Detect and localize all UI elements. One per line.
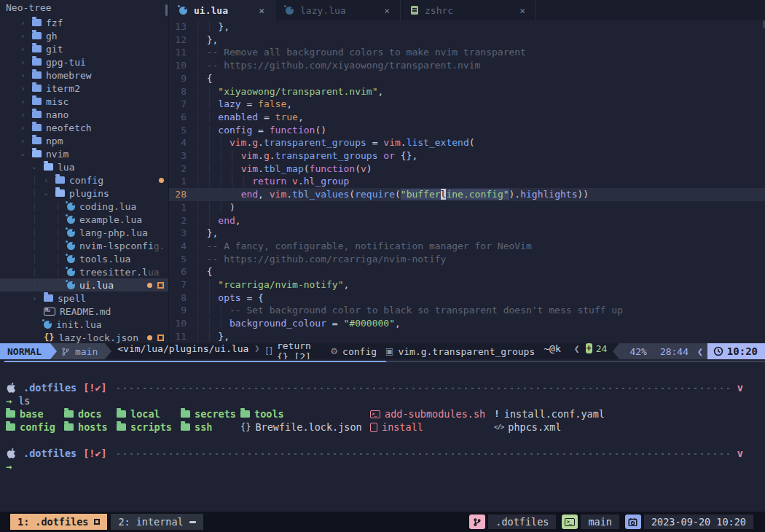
- code-line[interactable]: 1│ │ │ ): [169, 201, 765, 214]
- indent-guide: │: [241, 176, 253, 187]
- token-var: g: [252, 137, 258, 148]
- block-icon: []: [266, 346, 272, 356]
- tree-item-label: fzf: [46, 17, 63, 28]
- ls-entry-label: Brewfile.lock.json: [255, 420, 361, 434]
- code-text: │ -- https://github.com/rcarriga/nvim-no…: [195, 253, 446, 266]
- tree-item-nano[interactable]: ›nano: [0, 108, 168, 121]
- tmux-window-2[interactable]: 2: internal: [111, 514, 203, 530]
- token-pun: (: [349, 189, 355, 200]
- shell-pane[interactable]: .dotfiles [!✔] v → ls basedocslocalsecre…: [0, 362, 765, 512]
- token-str: "#000000": [344, 318, 395, 329]
- code-line[interactable]: 3│ │ │ │ vim.g.transparent_groups or {},: [169, 149, 765, 163]
- code-line[interactable]: 11│ │ },: [169, 330, 765, 343]
- lua-file-icon: [67, 203, 75, 211]
- code-line[interactable]: 5│ -- https://github.com/rcarriga/nvim-n…: [169, 253, 765, 266]
- code-line[interactable]: 11│ -- Remove all background colors to m…: [169, 46, 765, 59]
- indent-guide: │: [195, 202, 207, 213]
- xml-file-icon: </>: [494, 422, 503, 432]
- tree-item-misc[interactable]: ›misc: [0, 95, 168, 108]
- indent-guide: │: [230, 150, 241, 161]
- tree-item-config[interactable]: │›config: [0, 173, 168, 187]
- indent-guide: │: [195, 47, 207, 58]
- code-line[interactable]: 13│ │ },: [169, 20, 765, 34]
- tree-item-neofetch[interactable]: ›neofetch: [0, 121, 168, 134]
- token-pun: ,: [258, 189, 270, 200]
- code-line[interactable]: 2│ │ │ │ vim.tbl_map(function(v): [169, 163, 765, 176]
- tree-item-npm[interactable]: ›npm: [0, 134, 168, 147]
- tree-item-label: tools.lua: [79, 254, 130, 265]
- tree-item-plugins[interactable]: │›plugins: [0, 187, 168, 200]
- code-line[interactable]: 28│ │ │ │ end, vim.tbl_values(require("b…: [169, 188, 765, 201]
- tree-item-nvim[interactable]: ›nvim: [0, 147, 168, 160]
- indent-guide: │: [207, 215, 219, 226]
- tree-item-fzf[interactable]: ›fzf: [0, 16, 168, 29]
- close-icon[interactable]: ×: [259, 5, 264, 16]
- tree-item-coding-lua[interactable]: ││coding.lua: [0, 200, 168, 213]
- code-line[interactable]: 3│ },: [169, 227, 765, 240]
- line-number: 10: [169, 317, 195, 330]
- tab-lazy-lua[interactable]: lazy.lua ×: [275, 0, 401, 20]
- sidebar-scrollbar[interactable]: [165, 4, 168, 16]
- code-line[interactable]: 8│ │ opts = {: [169, 292, 765, 305]
- tree-item-git[interactable]: ›git: [0, 42, 168, 55]
- tree-item-lang-php-lua[interactable]: ││lang-php.lua: [0, 226, 168, 239]
- tree-item-ui-lua[interactable]: ││ui.lua: [0, 278, 168, 292]
- tree-item-tools-lua[interactable]: ││tools.lua: [0, 252, 168, 265]
- token-strh: "buffer: [401, 189, 441, 200]
- indent-guide: │: [207, 189, 219, 200]
- pane-border[interactable]: [0, 359, 765, 362]
- code-line[interactable]: 10│ -- https://github.com/xiyaowong/tran…: [169, 59, 765, 72]
- token-pun: ,: [235, 215, 241, 226]
- modified-dot-icon: [159, 178, 164, 183]
- tree-item-iterm2[interactable]: ›iterm2: [0, 82, 168, 95]
- register-indicator: ~@k: [544, 343, 560, 359]
- tree-item-example-lua[interactable]: ││example.lua: [0, 213, 168, 226]
- tab-label: ui.lua: [194, 5, 228, 16]
- indent-guide: │: [32, 228, 44, 238]
- line-number: 3: [169, 149, 195, 163]
- indent-guide: │: [195, 318, 207, 329]
- tree-item-init-lua[interactable]: init.lua: [0, 318, 168, 331]
- code-line[interactable]: 1│ │ │ │ │ return v.hl_group: [169, 175, 765, 188]
- code-text: │ │ │ background_colour = "#000000",: [195, 317, 401, 330]
- tree-item-nvim-lspconfi[interactable]: ││nvim-lspconfig.: [0, 239, 168, 252]
- tree-item-readme-md[interactable]: README.md: [0, 305, 168, 318]
- tree-item-homebrew[interactable]: ›homebrew: [0, 69, 168, 82]
- code-line[interactable]: 8│ │ "xiyaowong/transparent.nvim",: [169, 85, 765, 98]
- line-number: 11: [169, 46, 195, 59]
- chevron-down-icon: ›: [32, 163, 44, 172]
- close-icon[interactable]: ×: [519, 5, 525, 16]
- code-line[interactable]: 4│ │ │ vim.g.transparent_groups = vim.li…: [169, 136, 765, 149]
- tree-item-lua[interactable]: ›lua: [0, 160, 168, 173]
- code-line[interactable]: 7│ │ lazy = false,: [169, 98, 765, 111]
- code-line[interactable]: 9│ {: [169, 72, 765, 85]
- code-line[interactable]: 7│ │ "rcarriga/nvim-notify",: [169, 278, 765, 292]
- close-icon[interactable]: ×: [384, 5, 390, 16]
- code-line[interactable]: 6│ │ enabled = true,: [169, 111, 765, 124]
- folder-open-icon: [55, 189, 65, 197]
- tab-ui-lua[interactable]: ui.lua ×: [169, 0, 275, 20]
- code-line[interactable]: 10│ │ │ background_colour = "#000000",: [169, 317, 765, 330]
- code-line[interactable]: 6│ {: [169, 265, 765, 278]
- prompt-git-status: [!✔]: [83, 381, 107, 394]
- code-buffer[interactable]: 13│ │ },12│ },11│ -- Remove all backgrou…: [169, 20, 765, 343]
- indent-guide: │: [195, 21, 207, 32]
- tree-item-gpg-tui[interactable]: ›gpg-tui: [0, 55, 168, 69]
- tree-item-treesitter-l[interactable]: ││treesitter.lua: [0, 265, 168, 278]
- code-line[interactable]: 2│ │ end,: [169, 214, 765, 227]
- indent-guide: │: [195, 125, 207, 136]
- folder-icon: [32, 32, 42, 39]
- tree-item-gh[interactable]: ›gh: [0, 29, 168, 42]
- code-line[interactable]: 5│ │ config = function(): [169, 124, 765, 137]
- tab-label: lazy.lua: [300, 5, 346, 16]
- tree-item-spell[interactable]: ›spell: [0, 292, 168, 305]
- token-var: vim: [241, 163, 258, 174]
- code-line[interactable]: 4│ -- A fancy, configurable, notificatio…: [169, 240, 765, 253]
- tmux-window-1[interactable]: 1: .dotfiles: [10, 514, 107, 530]
- command-line-cursor[interactable]: →: [6, 460, 765, 473]
- code-line[interactable]: 9│ │ │ -- Set background color to black …: [169, 304, 765, 317]
- diff-added-icon: +: [586, 343, 592, 353]
- tree-item-lazy-lock-json[interactable]: {}lazy-lock.json: [0, 331, 168, 343]
- code-line[interactable]: 12│ },: [169, 34, 765, 47]
- tab-zshrc[interactable]: zshrc ×: [401, 0, 536, 20]
